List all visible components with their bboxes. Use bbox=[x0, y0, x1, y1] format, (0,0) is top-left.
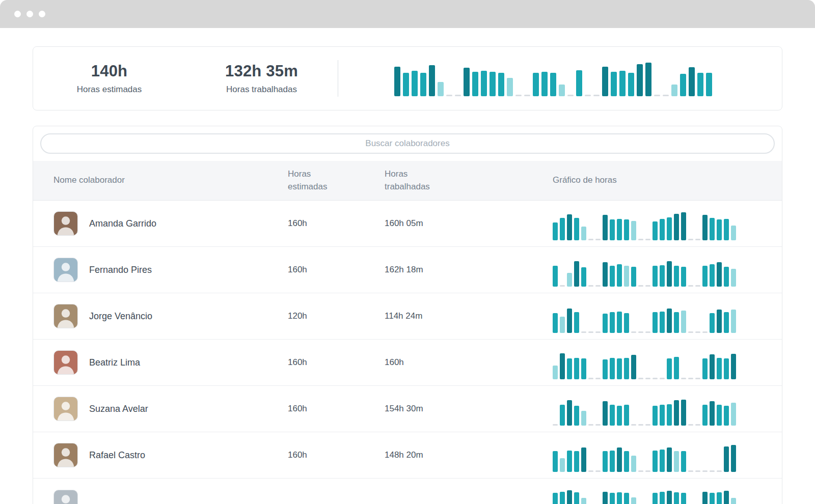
column-header-worked: Horas trabalhadas bbox=[385, 168, 443, 193]
page: 140h Horas estimadas 132h 35m Horas trab… bbox=[0, 28, 815, 504]
hours-bar bbox=[710, 218, 715, 240]
no-work-dash bbox=[560, 285, 565, 287]
hours-bar bbox=[617, 219, 622, 240]
estimated-hours: 160h bbox=[288, 265, 385, 275]
hours-bar bbox=[645, 63, 651, 96]
no-work-dash bbox=[663, 95, 669, 96]
no-work-dash bbox=[588, 378, 593, 379]
hours-bar bbox=[697, 73, 703, 96]
hours-bar bbox=[574, 218, 579, 240]
table-row[interactable]: Suzana Avelar 160h 154h 30m bbox=[33, 386, 782, 432]
no-work-dash bbox=[688, 470, 693, 472]
search-input[interactable] bbox=[40, 133, 775, 154]
hours-bar bbox=[681, 451, 686, 472]
hours-bar bbox=[724, 267, 729, 287]
worked-hours: 160h bbox=[385, 357, 553, 368]
hours-bar bbox=[581, 447, 586, 472]
hours-bar bbox=[717, 219, 722, 240]
no-work-dash bbox=[595, 331, 601, 333]
hours-bar bbox=[631, 497, 636, 504]
hours-bar bbox=[710, 354, 715, 379]
no-work-dash bbox=[638, 378, 643, 379]
no-work-dash bbox=[595, 285, 601, 287]
app-window: 140h Horas estimadas 132h 35m Horas trab… bbox=[0, 0, 815, 504]
column-header-estimated: Horas estimadas bbox=[288, 168, 346, 193]
table-row[interactable]: Jorge Venâncio 120h 114h 24m bbox=[33, 293, 782, 340]
hours-bar bbox=[567, 490, 572, 504]
hours-bar bbox=[624, 313, 629, 333]
window-control-dot[interactable] bbox=[14, 11, 21, 17]
hours-bar bbox=[674, 214, 679, 240]
table-row[interactable]: Rafael Castro 160h 148h 20m bbox=[33, 432, 782, 479]
hours-bar bbox=[674, 400, 679, 426]
table-row[interactable]: Fernando Pires 160h 162h 18m bbox=[33, 247, 782, 293]
table-row[interactable]: Beatriz Lima 160h 160h bbox=[33, 340, 782, 386]
hours-bar bbox=[617, 264, 622, 287]
hours-bar bbox=[710, 493, 715, 504]
no-work-dash bbox=[695, 470, 700, 472]
hours-bar bbox=[724, 406, 729, 426]
hours-bar bbox=[681, 267, 686, 287]
hours-bar bbox=[674, 451, 679, 472]
hours-bar bbox=[553, 313, 558, 333]
worked-hours-label: Horas trabalhadas bbox=[185, 85, 338, 95]
hours-bar bbox=[576, 70, 582, 96]
hours-bar bbox=[567, 214, 572, 240]
person-silhouette-icon bbox=[55, 444, 77, 467]
person-silhouette-icon bbox=[55, 305, 77, 328]
hours-bar bbox=[674, 357, 679, 379]
estimated-hours: 160h bbox=[288, 450, 385, 460]
no-work-dash bbox=[585, 95, 591, 96]
no-work-dash bbox=[645, 285, 650, 287]
hours-bar bbox=[553, 493, 558, 504]
estimated-hours: 160h bbox=[288, 404, 385, 414]
hours-bar bbox=[731, 226, 736, 240]
window-control-dot[interactable] bbox=[26, 11, 33, 17]
hours-bar bbox=[602, 67, 608, 96]
hours-bar bbox=[702, 405, 708, 426]
hours-bar bbox=[560, 458, 565, 472]
collaborator-cell: Amanda Garrido bbox=[53, 211, 288, 236]
hours-bar bbox=[667, 309, 672, 333]
hours-bar bbox=[631, 355, 636, 379]
table-row[interactable] bbox=[33, 479, 782, 504]
hours-bar bbox=[660, 492, 665, 504]
hours-bar bbox=[617, 406, 622, 426]
hours-bar bbox=[617, 447, 622, 472]
chart-cell bbox=[553, 207, 770, 240]
no-work-dash bbox=[588, 424, 593, 426]
table-row[interactable]: Amanda Garrido 160h 160h 05m bbox=[33, 201, 782, 247]
hours-bar bbox=[660, 450, 665, 472]
summary-card: 140h Horas estimadas 132h 35m Horas trab… bbox=[33, 46, 782, 110]
hours-bar bbox=[567, 451, 572, 472]
hours-bar bbox=[603, 262, 608, 287]
no-work-dash bbox=[631, 331, 636, 333]
avatar bbox=[53, 350, 78, 375]
hours-bar bbox=[412, 71, 418, 96]
collaborator-name: Rafael Castro bbox=[89, 450, 145, 461]
hours-bar bbox=[438, 82, 444, 96]
person-silhouette-icon bbox=[55, 259, 77, 282]
chart-cell bbox=[553, 299, 770, 333]
hours-bar bbox=[617, 312, 622, 333]
worked-hours: 162h 18m bbox=[385, 265, 553, 275]
hours-bar bbox=[731, 403, 736, 426]
hours-bar bbox=[567, 400, 572, 426]
hours-bar bbox=[624, 493, 629, 504]
hours-bar bbox=[702, 266, 708, 287]
hours-bar bbox=[653, 221, 658, 240]
window-control-dot[interactable] bbox=[39, 11, 45, 17]
collaborator-cell: Fernando Pires bbox=[53, 258, 288, 282]
hours-bar bbox=[533, 73, 539, 96]
hours-bar bbox=[631, 221, 636, 240]
hours-bar bbox=[724, 312, 729, 333]
hours-bar bbox=[481, 71, 487, 96]
hours-bar bbox=[610, 451, 615, 472]
hours-bar bbox=[667, 491, 672, 504]
no-work-dash bbox=[660, 378, 665, 379]
no-work-dash bbox=[638, 470, 643, 472]
no-work-dash bbox=[695, 285, 700, 287]
hours-bar bbox=[724, 491, 729, 504]
hours-bar bbox=[403, 73, 409, 96]
no-work-dash bbox=[588, 285, 593, 287]
